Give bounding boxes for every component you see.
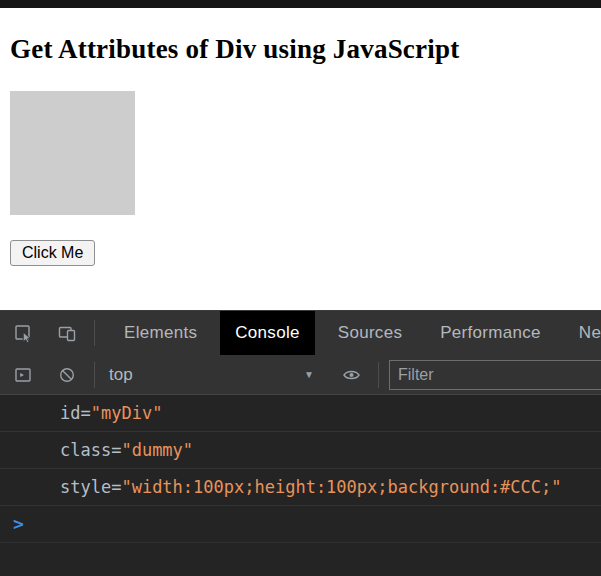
attr-value-text: "width:100px;height:100px;background:#CC…: [121, 477, 561, 497]
console-message: id="myDiv": [0, 395, 601, 432]
clear-console-icon: [58, 366, 76, 384]
live-expression-button[interactable]: [336, 360, 366, 390]
click-me-button[interactable]: Click Me: [10, 240, 95, 266]
attr-value-text: "dummy": [121, 440, 193, 460]
console-toolbar: top ▼: [0, 355, 601, 395]
attr-name-text: style=: [60, 477, 121, 497]
tab-console[interactable]: Console: [220, 311, 314, 355]
demo-div: [10, 91, 135, 215]
context-selector-value: top: [109, 365, 133, 385]
tab-performance[interactable]: Performance: [425, 311, 556, 355]
console-sidebar-toggle-button[interactable]: [8, 360, 38, 390]
device-toolbar-button[interactable]: [52, 318, 82, 348]
console-prompt-icon: >: [13, 513, 24, 534]
tab-network[interactable]: Network: [564, 311, 601, 355]
clear-console-button[interactable]: [52, 360, 82, 390]
browser-top-strip: [0, 0, 601, 8]
tab-elements[interactable]: Elements: [109, 311, 212, 355]
console-message: class="dummy": [0, 432, 601, 469]
toolbar-divider: [94, 320, 95, 346]
console-sidebar-icon: [14, 366, 32, 384]
inspect-cursor-icon: [14, 324, 32, 342]
execution-context-selector[interactable]: top ▼: [105, 365, 314, 385]
console-output: id="myDiv" class="dummy" style="width:10…: [0, 395, 601, 543]
devtools-tab-bar: Elements Console Sources Performance Net…: [0, 311, 601, 355]
console-prompt[interactable]: >: [0, 506, 601, 543]
attr-name-text: class=: [60, 440, 121, 460]
page-title: Get Attributes of Div using JavaScript: [10, 8, 601, 65]
web-page: Get Attributes of Div using JavaScript C…: [0, 8, 601, 310]
console-message: style="width:100px;height:100px;backgrou…: [0, 469, 601, 506]
attr-name-text: id=: [60, 403, 91, 423]
device-toolbar-icon: [58, 324, 76, 342]
tab-sources[interactable]: Sources: [323, 311, 417, 355]
toolbar-divider: [94, 362, 95, 388]
inspect-element-button[interactable]: [8, 318, 38, 348]
toolbar-divider: [378, 362, 379, 388]
chevron-down-icon: ▼: [304, 369, 314, 380]
console-filter-input[interactable]: [389, 360, 601, 390]
attr-value-text: "myDiv": [91, 403, 163, 423]
devtools-panel: Elements Console Sources Performance Net…: [0, 310, 601, 576]
eye-icon: [342, 368, 361, 382]
